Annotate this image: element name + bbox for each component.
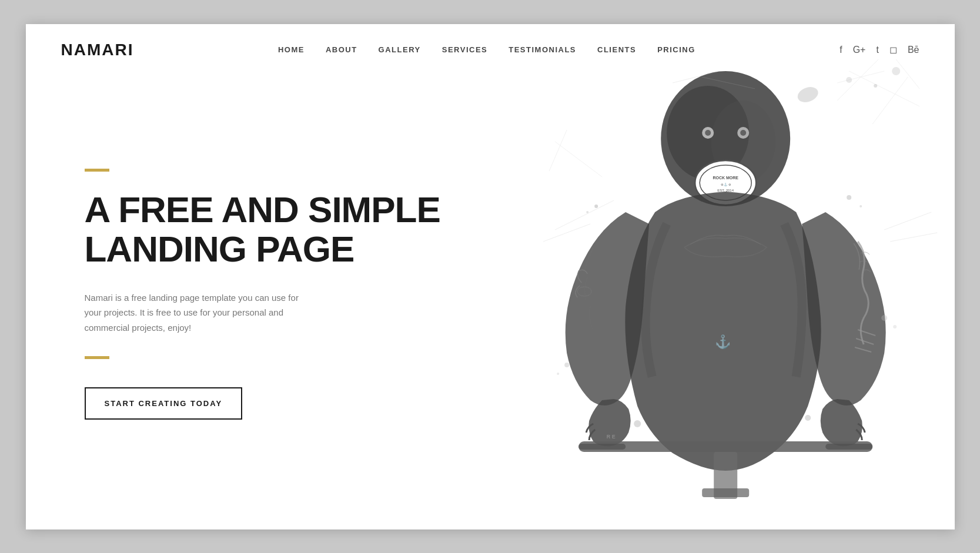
hero-description: Namari is a free landing page template y… <box>85 290 308 336</box>
svg-rect-23 <box>825 444 872 450</box>
hero-section: A FREE AND SIMPLE LANDING PAGE Namari is… <box>26 24 955 529</box>
nav-links: HOME ABOUT GALLERY SERVICES TESTIMONIALS… <box>278 45 695 54</box>
svg-line-40 <box>555 200 614 230</box>
svg-point-28 <box>847 195 851 200</box>
hero-right: ROCK MORE ⚙ ⚓ ⚙ EST. 2014 ⚓ <box>509 24 954 529</box>
svg-line-2 <box>872 77 908 124</box>
svg-point-29 <box>859 205 862 207</box>
hero-title: A FREE AND SIMPLE LANDING PAGE <box>85 190 474 269</box>
svg-text:R E: R E <box>607 434 616 440</box>
svg-point-30 <box>634 420 641 427</box>
svg-point-26 <box>594 205 598 208</box>
svg-point-33 <box>557 373 559 375</box>
svg-point-31 <box>805 415 811 421</box>
svg-point-39 <box>740 130 746 136</box>
svg-point-32 <box>564 363 569 367</box>
svg-line-6 <box>549 130 567 171</box>
figure-svg: ROCK MORE ⚙ ⚓ ⚙ EST. 2014 ⚓ <box>509 24 954 529</box>
svg-point-38 <box>705 130 711 136</box>
behance-icon[interactable]: Bē <box>908 45 919 55</box>
svg-point-9 <box>874 84 877 88</box>
nav-item-gallery[interactable]: GALLERY <box>379 45 421 54</box>
svg-point-27 <box>586 211 588 213</box>
svg-line-42 <box>884 212 931 230</box>
facebook-icon[interactable]: f <box>839 45 842 55</box>
svg-text:⚙ ⚓ ⚙: ⚙ ⚓ ⚙ <box>721 183 731 187</box>
svg-text:ROCK MORE: ROCK MORE <box>713 176 739 180</box>
svg-point-34 <box>881 315 887 321</box>
svg-point-7 <box>795 84 820 105</box>
twitter-icon[interactable]: t <box>876 45 878 55</box>
svg-point-8 <box>846 77 852 83</box>
navbar: NAMARI HOME ABOUT GALLERY SERVICES TESTI… <box>26 24 955 76</box>
svg-line-41 <box>543 224 590 242</box>
nav-item-clients[interactable]: CLIENTS <box>597 45 636 54</box>
nav-item-testimonials[interactable]: TESTIMONIALS <box>509 45 576 54</box>
svg-line-43 <box>890 233 937 242</box>
hero-left: A FREE AND SIMPLE LANDING PAGE Namari is… <box>26 24 509 529</box>
accent-bar-bottom <box>85 356 109 359</box>
svg-line-5 <box>555 142 602 177</box>
svg-text:⚓: ⚓ <box>715 334 731 350</box>
accent-bar-top <box>85 169 109 172</box>
cta-button[interactable]: START CREATING TODAY <box>85 387 243 420</box>
hero-illustration: ROCK MORE ⚙ ⚓ ⚙ EST. 2014 ⚓ <box>509 24 954 529</box>
svg-rect-25 <box>702 488 749 497</box>
site-logo[interactable]: NAMARI <box>61 41 134 59</box>
nav-item-services[interactable]: SERVICES <box>442 45 488 54</box>
svg-rect-22 <box>578 444 626 450</box>
nav-item-pricing[interactable]: PRICING <box>657 45 695 54</box>
nav-item-about[interactable]: ABOUT <box>326 45 357 54</box>
googleplus-icon[interactable]: G+ <box>853 45 866 55</box>
svg-line-0 <box>849 71 919 106</box>
social-links: f G+ t ◻ Bē <box>839 44 919 55</box>
instagram-icon[interactable]: ◻ <box>889 44 897 55</box>
browser-frame: NAMARI HOME ABOUT GALLERY SERVICES TESTI… <box>26 24 955 529</box>
nav-item-home[interactable]: HOME <box>278 45 305 54</box>
svg-point-35 <box>893 325 897 329</box>
